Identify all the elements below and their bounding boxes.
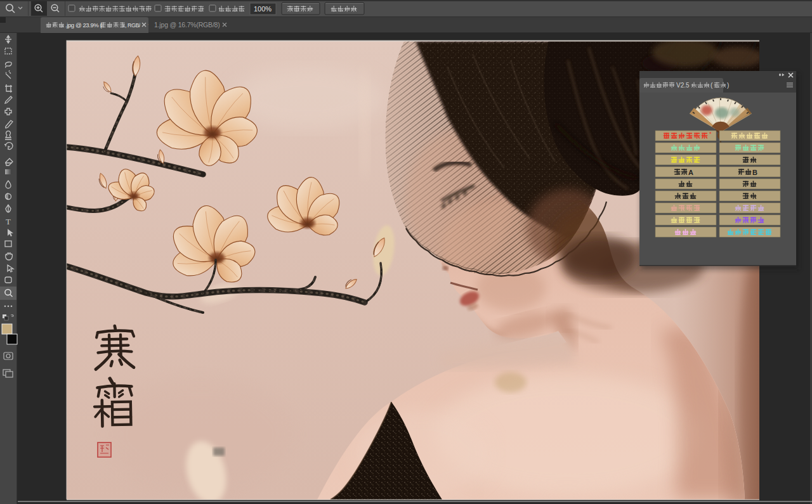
svg-text:100%: 100% [254,5,272,13]
svg-text:1.jpg @ 16.7%(RGB/8): 1.jpg @ 16.7%(RGB/8) [154,21,220,29]
svg-text:V2.5: V2.5 [676,82,690,89]
svg-text:B: B [752,169,757,176]
svg-text:*: * [709,131,712,137]
svg-text:.jpg @ 23.9% (: .jpg @ 23.9% ( [65,22,103,29]
svg-text:T: T [6,217,11,226]
svg-text:A: A [688,169,693,176]
svg-text:): ) [727,82,729,89]
